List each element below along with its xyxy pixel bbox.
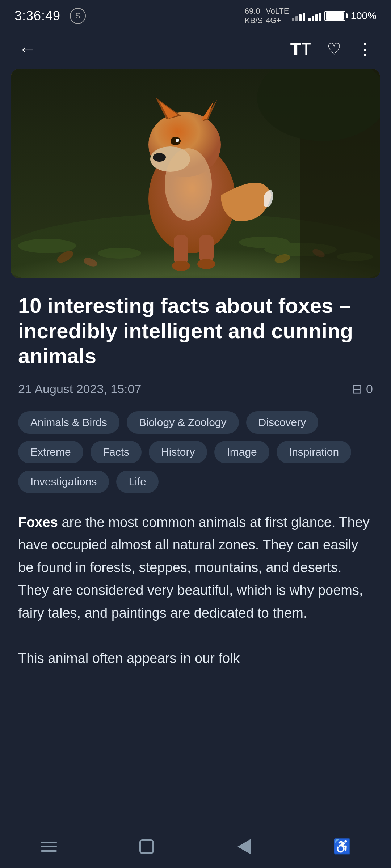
nav-back-button[interactable] — [230, 832, 259, 861]
signal-bars — [292, 11, 305, 21]
tag-life[interactable]: Life — [116, 471, 158, 493]
svg-point-4 — [98, 248, 141, 259]
comment-number: 0 — [366, 382, 373, 396]
tag-history[interactable]: History — [149, 441, 207, 463]
accessibility-person-icon: ♿ — [333, 838, 351, 855]
article-paragraph-1-text: are the most common animals at first gla… — [18, 515, 370, 621]
tag-inspiration[interactable]: Inspiration — [277, 441, 351, 463]
square-home-icon — [139, 839, 154, 854]
battery-percent: 100% — [350, 10, 377, 22]
network-speed: 69.0KB/S — [245, 7, 263, 25]
tag-discovery[interactable]: Discovery — [246, 411, 319, 434]
hamburger-icon — [41, 842, 57, 852]
svg-point-21 — [165, 148, 212, 221]
nav-accessibility-button[interactable]: ♿ — [328, 832, 357, 861]
article-date: 21 August 2023, 15:07 — [18, 382, 141, 396]
article-meta: 21 August 2023, 15:07 ⊟ 0 — [18, 382, 373, 397]
comment-icon: ⊟ — [352, 382, 362, 397]
status-right: 69.0KB/S VoLTE4G+ 100% — [245, 7, 377, 25]
heart-icon[interactable]: ♡ — [327, 40, 341, 58]
svg-point-5 — [239, 237, 290, 248]
status-time: 3:36:49 — [14, 8, 60, 24]
svg-point-2 — [18, 239, 76, 253]
back-triangle-icon — [237, 839, 251, 855]
svg-point-25 — [197, 259, 215, 269]
text-size-icon[interactable]: 𝗧T — [290, 40, 311, 58]
tag-animals-birds[interactable]: Animals & Birds — [18, 411, 119, 434]
nav-actions: 𝗧T ♡ ⋮ — [290, 40, 373, 58]
hero-image — [11, 69, 380, 278]
nav-menu-button[interactable] — [34, 832, 63, 861]
tag-image[interactable]: Image — [214, 441, 269, 463]
svg-rect-23 — [199, 235, 214, 262]
tag-facts[interactable]: Facts — [91, 441, 142, 463]
signal-bars-2 — [308, 11, 321, 21]
article-bold-word: Foxes — [18, 515, 58, 530]
article-paragraph-1: Foxes are the most common animals at fir… — [18, 511, 373, 624]
battery-indicator: 100% — [324, 10, 377, 22]
nav-home-button[interactable] — [132, 832, 161, 861]
tag-extreme[interactable]: Extreme — [18, 441, 83, 463]
svg-point-24 — [172, 261, 190, 271]
tag-investigations[interactable]: Investigations — [18, 471, 109, 493]
svg-point-15 — [171, 137, 181, 145]
article-title: 10 interesting facts about foxes – incre… — [18, 293, 373, 369]
article-content: 10 interesting facts about foxes – incre… — [0, 278, 391, 684]
back-button[interactable]: ← — [18, 38, 37, 60]
svg-rect-22 — [174, 235, 188, 264]
svg-point-16 — [176, 139, 179, 142]
tag-biology-zoology[interactable]: Biology & Zoology — [127, 411, 239, 434]
network-type: VoLTE4G+ — [266, 7, 289, 25]
article-body: Foxes are the most common animals at fir… — [18, 511, 373, 670]
more-options-icon[interactable]: ⋮ — [357, 40, 373, 58]
article-paragraph-2: This animal often appears in our folk — [18, 647, 373, 670]
comment-count: ⊟ 0 — [352, 382, 373, 397]
nav-bar: ← 𝗧T ♡ ⋮ — [0, 29, 391, 69]
tags-container: Animals & Birds Biology & Zoology Discov… — [18, 411, 373, 493]
svg-point-14 — [153, 153, 166, 162]
status-s-icon: S — [70, 8, 86, 24]
fox-svg — [11, 69, 380, 278]
fox-photo — [11, 69, 380, 278]
status-bar: 3:36:49 S 69.0KB/S VoLTE4G+ 100% — [0, 0, 391, 29]
bottom-nav: ♿ — [0, 825, 391, 868]
